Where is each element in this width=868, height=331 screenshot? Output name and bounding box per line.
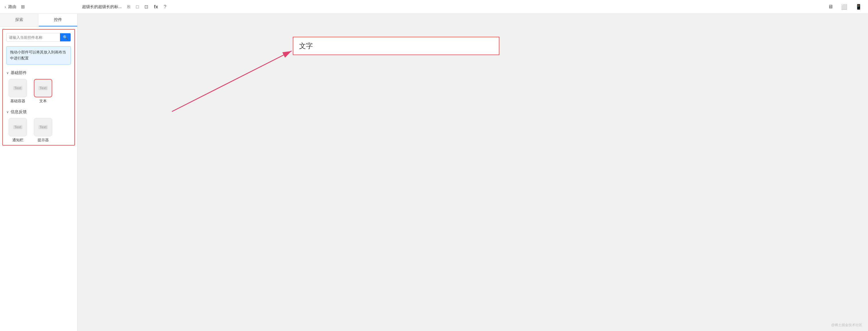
mobile-icon[interactable]: 📱 <box>854 3 863 11</box>
component-notification[interactable]: Text 通知栏 <box>6 118 29 143</box>
canvas-area: 文字 @稀土掘金技术社区 <box>78 14 868 331</box>
search-button[interactable]: 🔍 <box>60 33 71 41</box>
tab-explore[interactable]: 探索 <box>0 14 39 26</box>
frame-icon[interactable]: □ <box>136 4 139 9</box>
search-input[interactable] <box>7 34 60 41</box>
text-component-text-label: Text <box>38 86 48 90</box>
basic-container-text-label: Text <box>13 86 22 90</box>
watermark: @稀土掘金技术社区 <box>831 323 862 328</box>
section-feedback[interactable]: ∨ 信息反馈 <box>3 106 74 117</box>
sidebar-content-border: 🔍 拖动小部件可以将其放入到画布当中进行配置 ∨ 基础部件 Text 基础容器 <box>2 29 75 146</box>
tooltip-text-label: Text <box>38 125 48 129</box>
notification-label: 通知栏 <box>12 138 24 143</box>
tablet-icon[interactable]: ⬜ <box>839 3 849 11</box>
main-layout: 探索 控件 🔍 拖动小部件可以将其放入到画布当中进行配置 ∨ 基础部件 Text <box>0 14 868 331</box>
canvas-text-value: 文字 <box>299 42 313 50</box>
section-feedback-chevron: ∨ <box>6 110 9 114</box>
sidebar-tabs: 探索 控件 <box>0 14 77 27</box>
top-bar-right: 🖥 ⬜ 📱 <box>826 3 863 11</box>
basic-component-grid: Text 基础容器 Text 文本 <box>3 78 74 106</box>
search-box: 🔍 <box>6 33 71 41</box>
lock-icon[interactable]: ⊡ <box>144 4 148 9</box>
section-basic-label: 基础部件 <box>11 70 27 76</box>
basic-container-label: 基础容器 <box>10 98 25 103</box>
text-component-label: 文本 <box>39 98 47 103</box>
text-component-icon: Text <box>34 79 52 97</box>
tab-controls[interactable]: 控件 <box>39 14 78 26</box>
page-title: 超级长的超级长的标... <box>82 4 122 9</box>
canvas-arrow <box>78 14 868 331</box>
desktop-icon[interactable]: 🖥 <box>826 3 835 11</box>
breadcrumb-label: 路由 <box>8 4 17 9</box>
svg-line-1 <box>172 51 291 111</box>
help-icon[interactable]: ? <box>164 4 166 9</box>
grid-icon[interactable]: ⊞ <box>21 4 25 9</box>
section-basic-chevron: ∨ <box>6 71 9 75</box>
basic-container-icon: Text <box>9 79 27 97</box>
fx-icon[interactable]: fx <box>154 4 158 9</box>
copy-icon[interactable]: ⎘ <box>127 4 130 9</box>
feedback-component-grid: Text 通知栏 Text 提示器 <box>3 117 74 145</box>
notification-icon: Text <box>9 118 27 137</box>
tooltip-icon: Text <box>34 118 52 137</box>
notification-text-label: Text <box>13 125 22 129</box>
component-tooltip[interactable]: Text 提示器 <box>32 118 55 143</box>
breadcrumb-chevron[interactable]: › <box>5 5 6 9</box>
left-sidebar: 探索 控件 🔍 拖动小部件可以将其放入到画布当中进行配置 ∨ 基础部件 Text <box>0 14 78 331</box>
section-feedback-label: 信息反馈 <box>11 109 27 115</box>
tooltip-label: 提示器 <box>38 138 49 143</box>
section-basic[interactable]: ∨ 基础部件 <box>3 67 74 78</box>
component-basic-container[interactable]: Text 基础容器 <box>6 79 29 103</box>
top-bar-left: › 路由 ⊞ <box>5 4 82 9</box>
top-bar: › 路由 ⊞ 超级长的超级长的标... ⎘ □ ⊡ fx ? 🖥 ⬜ 📱 <box>0 0 868 14</box>
hint-box: 拖动小部件可以将其放入到画布当中进行配置 <box>6 46 71 65</box>
component-text[interactable]: Text 文本 <box>32 79 55 103</box>
canvas-text-component[interactable]: 文字 <box>293 37 499 55</box>
top-bar-center: 超级长的超级长的标... ⎘ □ ⊡ fx ? <box>82 4 826 9</box>
